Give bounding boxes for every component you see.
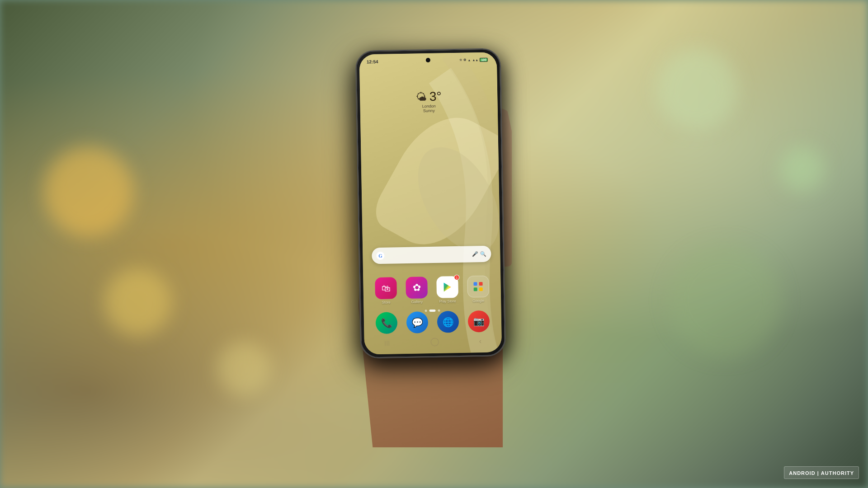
dock-phone-icon[interactable]: 📞 (376, 312, 398, 334)
gallery-app-icon[interactable]: ✿ (406, 277, 428, 299)
svg-rect-3 (479, 287, 483, 291)
store-app-label: Store (382, 300, 391, 305)
google-app-icon[interactable] (467, 276, 489, 298)
google-grid-icon (472, 281, 483, 292)
search-bar-input[interactable] (387, 254, 469, 256)
app-gallery-container[interactable]: ✿ Gallery (403, 277, 430, 304)
phone-screen: 12:54 ☆ ⚙ ▲ ▲▲ 100 🌤 3° (359, 52, 502, 354)
recent-apps-button[interactable]: ||| (384, 339, 390, 346)
signal-icon: ▲▲ (472, 58, 478, 61)
app-grid: 🛍 Store ✿ Gallery (372, 276, 492, 305)
messages-icon-glyph: 💬 (411, 317, 423, 328)
camera-punch-hole (426, 58, 430, 62)
google-search-bar[interactable]: G 🎤 🔍 (372, 246, 491, 264)
dock-camera-icon[interactable]: 📷 (468, 310, 490, 333)
weather-condition: Sunny (416, 108, 442, 113)
dock-messages-container[interactable]: 💬 (404, 311, 431, 333)
hand-holding-phone: 12:54 ☆ ⚙ ▲ ▲▲ 100 🌤 3° (344, 41, 516, 447)
wifi-icon: ▲ (467, 58, 471, 61)
watermark-text: ANDROID | AUTHORITY (789, 470, 854, 476)
dock-browser-container[interactable]: 🌐 (434, 311, 462, 333)
bokeh-light-5 (779, 146, 825, 192)
phone-body: 12:54 ☆ ⚙ ▲ ▲▲ 100 🌤 3° (355, 48, 505, 358)
svg-rect-1 (479, 282, 482, 286)
app-store-container[interactable]: 🛍 Store (372, 277, 400, 305)
svg-rect-0 (473, 282, 477, 286)
watermark: ANDROID | AUTHORITY (784, 466, 859, 479)
phone-scene: 12:54 ☆ ⚙ ▲ ▲▲ 100 🌤 3° (344, 41, 516, 447)
playstore-app-label: Play Store (439, 299, 456, 304)
camera-icon-glyph: 📷 (473, 316, 484, 327)
app-playstore-container[interactable]: 1 Play Store (434, 276, 461, 304)
home-button[interactable] (430, 338, 439, 346)
phone-wrapper: 12:54 ☆ ⚙ ▲ ▲▲ 100 🌤 3° (355, 48, 505, 358)
bokeh-light-3 (217, 342, 271, 396)
lens-icon[interactable]: 🔍 (480, 251, 486, 257)
bokeh-light-2 (104, 268, 172, 336)
watermark-separator: | (817, 470, 821, 476)
weather-icon: 🌤 (416, 90, 427, 103)
dock-phone-container[interactable]: 📞 (373, 312, 401, 334)
search-right-icons: 🎤 🔍 (472, 251, 486, 257)
watermark-android: ANDROID (789, 470, 815, 476)
status-time: 12:54 (367, 59, 378, 64)
weather-widget: 🌤 3° London Sunny (416, 89, 442, 113)
watermark-authority: AUTHORITY (821, 470, 854, 476)
store-icon-glyph: 🛍 (381, 283, 390, 293)
playstore-icon-svg (441, 281, 453, 293)
navigation-bar: ||| ‹ (364, 333, 502, 351)
browser-icon-glyph: 🌐 (442, 316, 453, 327)
notification-icon: ☆ (459, 58, 462, 62)
svg-rect-2 (474, 287, 477, 291)
bokeh-light-6 (668, 244, 781, 357)
app-dock: 📞 💬 🌐 (373, 310, 493, 334)
google-logo: G (376, 252, 384, 260)
back-button[interactable]: ‹ (479, 337, 482, 345)
phone-icon-glyph: 📞 (381, 318, 392, 328)
settings-icon: ⚙ (463, 58, 466, 62)
volume-down-button (356, 117, 358, 138)
playstore-app-icon[interactable]: 1 (436, 276, 458, 298)
mic-icon[interactable]: 🎤 (472, 251, 478, 257)
weather-temperature: 3° (429, 89, 442, 104)
bokeh-light-1 (43, 146, 134, 237)
gallery-app-label: Gallery (411, 300, 422, 304)
playstore-notification-badge: 1 (454, 275, 459, 280)
dock-camera-container[interactable]: 📷 (465, 310, 493, 333)
bokeh-light-4 (656, 49, 738, 130)
store-app-icon[interactable]: 🛍 (375, 277, 397, 299)
dock-browser-icon[interactable]: 🌐 (437, 311, 459, 333)
app-google-container[interactable]: Google (464, 276, 492, 303)
dock-messages-icon[interactable]: 💬 (406, 311, 429, 333)
battery-icon: 100 (480, 57, 488, 61)
volume-up-button (356, 97, 358, 111)
status-icons: ☆ ⚙ ▲ ▲▲ 100 (459, 57, 488, 62)
gallery-icon-glyph: ✿ (412, 282, 420, 293)
google-app-label: Google (472, 299, 484, 303)
